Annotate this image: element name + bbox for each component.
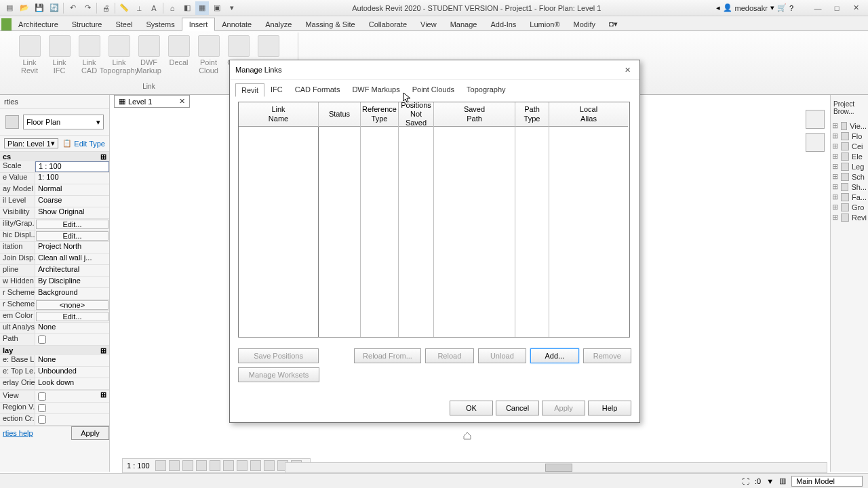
props-section-display[interactable]: lay⊞ (0, 346, 109, 355)
text-icon[interactable]: A (147, 1, 161, 15)
crop-view-icon[interactable] (223, 460, 234, 471)
dialog-tab[interactable]: Point Clouds (406, 83, 460, 96)
column-header[interactable]: PositionsNot Saved (399, 102, 433, 127)
print-icon[interactable]: 🖨 (99, 1, 113, 15)
column-header[interactable]: LinkName (239, 102, 318, 127)
dialog-tab[interactable]: DWF Markups (346, 83, 406, 96)
workset-selector[interactable]: Main Model (791, 476, 863, 487)
property-value[interactable]: Background (35, 288, 109, 299)
property-value[interactable]: 1: 100 (35, 173, 109, 184)
browser-item[interactable]: ⊞Revi (832, 212, 867, 222)
close-view-icon[interactable]: ✕ (179, 97, 185, 106)
tab-file[interactable] (1, 18, 12, 30)
property-value[interactable]: None (35, 323, 109, 333)
browser-item[interactable]: ⊞Leg (832, 161, 867, 171)
ribbon-button[interactable]: PointCloud (195, 34, 223, 83)
close-hidden-icon[interactable]: ▣ (210, 1, 224, 15)
property-value[interactable] (35, 403, 109, 413)
horizontal-scrollbar[interactable] (285, 462, 827, 473)
shadows-icon[interactable] (196, 460, 207, 471)
property-value[interactable]: Look down (35, 378, 109, 389)
dialog-tab[interactable]: IFC (264, 83, 289, 96)
property-value[interactable]: Unbounded (35, 367, 109, 378)
tab-modify[interactable]: Modify (567, 18, 602, 30)
tab-view[interactable]: View (414, 18, 443, 30)
sync-icon[interactable]: 🔄 (47, 1, 61, 15)
app-store-icon[interactable]: 🛒 (777, 3, 787, 12)
app-menu-icon[interactable]: ▤ (3, 1, 16, 15)
measure-icon[interactable]: 📏 (117, 1, 131, 15)
dialog-tab[interactable]: Topography (460, 83, 512, 96)
help-icon[interactable]: ? (789, 4, 793, 12)
browser-item[interactable]: ⊞Gro (832, 202, 867, 212)
property-value[interactable]: Normal (35, 184, 109, 195)
props-section-graphics[interactable]: cs⊞ (0, 152, 109, 161)
browser-item[interactable]: ⊞Fa... (832, 192, 867, 202)
property-value[interactable]: Project North (35, 242, 109, 253)
save-icon[interactable]: 💾 (33, 1, 46, 15)
open-icon[interactable]: 📂 (18, 1, 31, 15)
ribbon-button[interactable]: Decal (165, 34, 193, 83)
plan-selector[interactable]: Plan: Level 1 ▾ (4, 138, 58, 148)
ribbon-button[interactable]: DWFMarkup (135, 34, 163, 83)
tab-steel[interactable]: Steel (108, 18, 139, 30)
selection-toggle-icon[interactable]: ⛶ (742, 477, 749, 485)
ribbon-button[interactable]: LinkIFC (45, 34, 74, 83)
save-positions-button[interactable]: Save Positions (238, 348, 319, 363)
props-section-extents[interactable]: ⊞ (0, 390, 109, 391)
dialog-tab[interactable]: CAD Formats (289, 83, 347, 96)
cancel-button[interactable]: Cancel (496, 401, 539, 415)
help-button[interactable]: Help (588, 401, 631, 415)
tab-systems[interactable]: Systems (139, 18, 181, 30)
properties-help-link[interactable]: rties help (0, 426, 71, 440)
column-header[interactable]: ReferenceType (361, 102, 398, 127)
tab-lumion[interactable]: Lumion® (523, 18, 566, 30)
manage-worksets-button[interactable]: Manage Worksets (238, 367, 319, 382)
dialog-close-button[interactable]: ✕ (620, 63, 634, 77)
browser-item[interactable]: ⊞Vie... (832, 121, 867, 131)
back-arrow-icon[interactable]: ◂ (716, 3, 720, 12)
tab-manage[interactable]: Manage (443, 18, 484, 30)
close-window-button[interactable]: ✕ (848, 1, 864, 15)
align-icon[interactable]: ⟂ (132, 1, 146, 15)
view-tab[interactable]: ▦Level 1 ✕ (114, 95, 190, 108)
maximize-button[interactable]: □ (829, 1, 845, 15)
nav-wheel-icon[interactable] (806, 133, 825, 152)
property-value[interactable]: Edit... (36, 220, 108, 229)
property-value[interactable] (35, 334, 109, 345)
temp-hide-icon[interactable] (264, 460, 275, 471)
add-button[interactable]: Add... (530, 348, 578, 363)
minimize-button[interactable]: — (810, 1, 826, 15)
ok-button[interactable]: OK (450, 401, 493, 415)
tab-annotate[interactable]: Annotate (215, 18, 258, 30)
ribbon-button[interactable]: LinkTopography (105, 34, 134, 83)
user-dropdown-icon[interactable]: ▾ (770, 3, 774, 12)
browser-item[interactable]: ⊞Flo (832, 131, 867, 141)
nav-cube-icon[interactable] (806, 110, 825, 129)
property-value[interactable]: None (35, 355, 109, 366)
editable-only-icon[interactable]: ▥ (779, 476, 786, 485)
property-value[interactable]: 1 : 100 (35, 161, 109, 172)
column-header[interactable]: SavedPath (434, 102, 515, 127)
property-value[interactable]: Show Original (35, 207, 109, 218)
redo-icon[interactable]: ↷ (81, 1, 94, 15)
browser-item[interactable]: ⊞Sch (832, 171, 867, 182)
visual-style-icon[interactable] (169, 460, 180, 471)
reload-button[interactable]: Reload (425, 348, 473, 363)
tab-architecture[interactable]: Architecture (12, 18, 65, 30)
browser-item[interactable]: ⊞Ele (832, 151, 867, 161)
detail-level-icon[interactable] (155, 460, 166, 471)
rendering-icon[interactable] (210, 460, 220, 471)
browser-item[interactable]: ⊞Sh... (832, 182, 867, 192)
remove-button[interactable]: Remove (583, 348, 631, 363)
tab-analyze[interactable]: Analyze (258, 18, 298, 30)
unlock-icon[interactable] (250, 460, 261, 471)
filter-icon[interactable]: ▼ (766, 477, 774, 485)
view-scale[interactable]: 1 : 100 (124, 462, 153, 470)
property-value[interactable] (35, 414, 109, 425)
property-value[interactable]: Coarse (35, 196, 109, 207)
ribbon-expand-icon[interactable]: ◘▾ (602, 18, 625, 30)
property-value[interactable]: Edit... (36, 312, 108, 321)
browser-item[interactable]: ⊞Cei (832, 141, 867, 151)
reload-from-button[interactable]: Reload From... (354, 348, 421, 363)
